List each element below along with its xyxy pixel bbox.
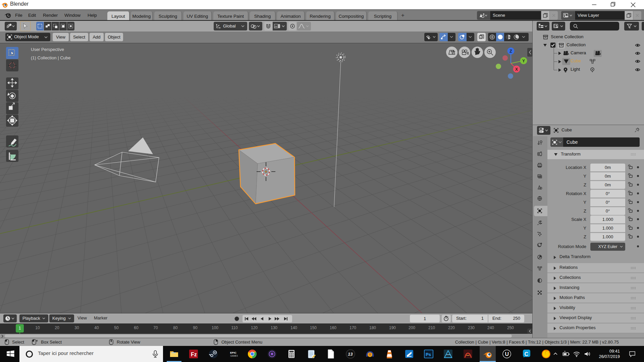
svg-text:X: X xyxy=(515,67,518,72)
svg-text:GAMES: GAMES xyxy=(230,355,238,357)
svg-text:Y: Y xyxy=(522,59,525,63)
svg-text:User Perspective: User Perspective xyxy=(31,47,64,52)
svg-text:(1) Collection | Cube: (1) Collection | Cube xyxy=(31,55,70,60)
svg-text:U: U xyxy=(505,351,509,357)
svg-text:Z: Z xyxy=(509,49,512,54)
svg-text:Fz: Fz xyxy=(191,352,197,357)
svg-text:EPIC: EPIC xyxy=(230,351,236,354)
svg-text:13: 13 xyxy=(348,352,353,357)
svg-text:Ps: Ps xyxy=(426,352,431,357)
svg-text:C: C xyxy=(525,351,529,357)
